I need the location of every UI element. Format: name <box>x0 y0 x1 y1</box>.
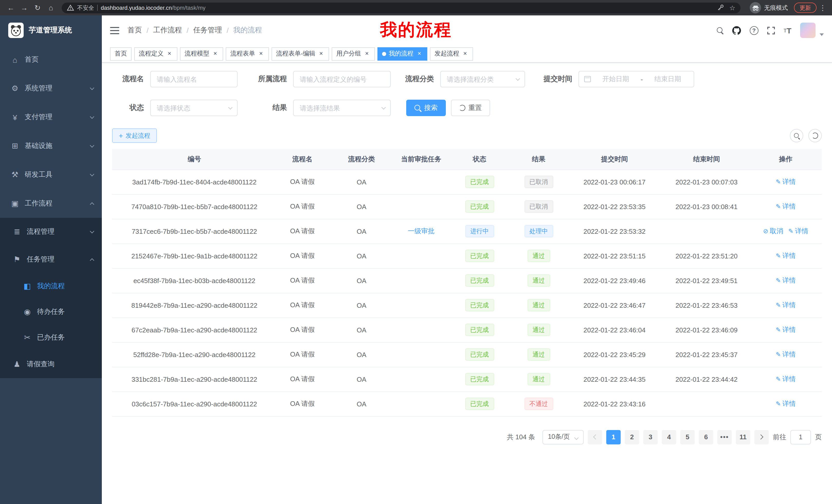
cell-name: OA 请假 <box>277 244 328 268</box>
breadcrumb-item[interactable]: 首页 <box>128 26 142 35</box>
browser-back-icon[interactable]: ← <box>5 2 17 13</box>
tab-item[interactable]: 发起流程× <box>430 47 473 60</box>
detail-button[interactable]: ✎详情 <box>776 202 796 211</box>
detail-button[interactable]: ✎详情 <box>776 276 796 285</box>
pagination-prev-button[interactable] <box>588 430 602 444</box>
result-select[interactable] <box>293 100 391 116</box>
status-select-input[interactable] <box>150 100 238 116</box>
create-process-button[interactable]: + 发起流程 <box>112 129 157 143</box>
process-name-input[interactable] <box>150 71 238 87</box>
sidebar-item-home[interactable]: ⌂首页 <box>0 45 102 74</box>
bookmark-star-icon[interactable]: ☆ <box>729 4 735 11</box>
toggle-search-icon[interactable] <box>790 129 803 142</box>
task-link[interactable]: 一级审批 <box>408 227 435 235</box>
browser-menu-icon[interactable]: ⋮ <box>818 4 827 12</box>
browser-update-button[interactable]: 更新 <box>794 3 816 13</box>
pagination-page-button[interactable]: 1 <box>606 430 621 444</box>
process-definition-input[interactable] <box>293 71 391 87</box>
detail-button[interactable]: ✎详情 <box>776 399 796 409</box>
pagination-page-button[interactable]: 4 <box>662 430 676 444</box>
sidebar-item-process-manage[interactable]: ≣流程管理 <box>0 218 102 246</box>
tab-item[interactable]: 我的流程× <box>378 47 427 60</box>
sidebar-item-system[interactable]: ⚙系统管理 <box>0 74 102 103</box>
cell-result: 通过 <box>512 367 566 391</box>
detail-button[interactable]: ✎详情 <box>776 251 796 260</box>
avatar[interactable] <box>800 23 815 38</box>
pagination-total: 共 104 条 <box>507 432 535 442</box>
breadcrumb-item[interactable]: 任务管理 <box>193 26 222 35</box>
cell-result: 已取消 <box>512 194 566 219</box>
pagination-page-button[interactable]: 5 <box>680 430 695 444</box>
sidebar-item-task-manage[interactable]: ⚑任务管理 <box>0 246 102 273</box>
create-process-label: 发起流程 <box>126 131 150 140</box>
detail-button[interactable]: ✎详情 <box>788 227 808 236</box>
github-icon[interactable] <box>732 26 741 35</box>
sidebar-item-workflow[interactable]: ▣工作流程 <box>0 189 102 218</box>
app-logo[interactable]: 芋道管理系统 <box>0 16 102 45</box>
category-select[interactable] <box>440 71 525 87</box>
incognito-badge: 无痕模式 <box>750 2 788 13</box>
breadcrumb-item[interactable]: 工作流程 <box>153 26 182 35</box>
browser-forward-icon[interactable]: → <box>19 2 30 13</box>
sidebar-item-label: 支付管理 <box>25 113 85 122</box>
collapse-sidebar-icon[interactable] <box>110 26 119 34</box>
tab-item[interactable]: 流程表单-编辑× <box>271 47 329 60</box>
close-tab-icon[interactable]: × <box>318 50 324 57</box>
page-size-select[interactable]: 10条/页 <box>542 430 583 444</box>
pagination-page-button[interactable]: 11 <box>736 430 750 444</box>
pagination-page-button[interactable]: 6 <box>699 430 713 444</box>
sidebar-item-payment[interactable]: ¥支付管理 <box>0 103 102 132</box>
close-tab-icon[interactable]: × <box>364 50 370 57</box>
tab-item[interactable]: 用户分组× <box>332 47 375 60</box>
detail-button[interactable]: ✎详情 <box>776 350 796 359</box>
password-key-icon[interactable] <box>717 4 724 11</box>
column-header: 结果 <box>512 149 566 170</box>
sidebar-item-devtools[interactable]: ⚒研发工具 <box>0 160 102 189</box>
cell-end-time: 2022-01-22 23:44:42 <box>663 367 750 391</box>
pagination-page-button[interactable]: 3 <box>643 430 658 444</box>
detail-button[interactable]: ✎详情 <box>776 301 796 310</box>
status-select[interactable] <box>150 100 238 116</box>
tab-item[interactable]: 流程表单× <box>226 47 269 60</box>
sidebar-item-infrastructure[interactable]: ⊞基础设施 <box>0 132 102 160</box>
result-select-input[interactable] <box>293 100 391 116</box>
caret-down-icon[interactable] <box>820 33 824 36</box>
close-tab-icon[interactable]: × <box>258 50 264 57</box>
pagination-next-button[interactable] <box>754 430 769 444</box>
sidebar-item-leave-query[interactable]: ♟请假查询 <box>0 351 102 378</box>
submit-time-range-picker[interactable]: 开始日期 - 结束日期 <box>578 71 694 87</box>
close-tab-icon[interactable]: × <box>416 50 423 57</box>
sidebar-item-label: 我的流程 <box>37 282 94 291</box>
category-select-input[interactable] <box>440 71 525 87</box>
sidebar-item-done-task[interactable]: ✂已办任务 <box>0 325 102 351</box>
search-button[interactable]: 搜索 <box>406 100 446 116</box>
goto-page-input[interactable] <box>790 430 811 444</box>
detail-button[interactable]: ✎详情 <box>776 325 796 334</box>
help-icon[interactable]: ? <box>750 26 758 35</box>
tab-item[interactable]: 流程定义× <box>134 47 177 60</box>
tab-item[interactable]: 流程模型× <box>180 47 223 60</box>
close-tab-icon[interactable]: × <box>166 50 173 57</box>
reset-button[interactable]: 重置 <box>451 100 490 116</box>
browser-reload-icon[interactable]: ↻ <box>32 2 43 13</box>
pagination-more-button[interactable]: ••• <box>717 430 732 444</box>
table-row: 67c2eaab-7b9a-11ec-a290-acde48001122OA 请… <box>112 317 822 342</box>
font-size-icon[interactable]: TT <box>783 26 791 35</box>
close-tab-icon[interactable]: × <box>462 50 468 57</box>
close-tab-icon[interactable]: × <box>212 50 218 57</box>
refresh-table-icon[interactable] <box>808 129 822 142</box>
sidebar-item-my-process[interactable]: ◧我的流程 <box>0 273 102 299</box>
detail-button[interactable]: ✎详情 <box>776 177 796 187</box>
tab-item[interactable]: 首页 <box>110 47 132 60</box>
update-label: 更新 <box>800 4 811 11</box>
search-icon[interactable] <box>717 27 723 34</box>
date-separator: - <box>641 75 643 83</box>
pagination-page-button[interactable]: 2 <box>625 430 639 444</box>
sidebar-item-todo-task[interactable]: ◉待办任务 <box>0 299 102 325</box>
fullscreen-icon[interactable] <box>767 26 775 34</box>
cancel-button[interactable]: ⊘取消 <box>763 227 783 236</box>
cell-task <box>395 367 447 391</box>
detail-button[interactable]: ✎详情 <box>776 374 796 384</box>
browser-home-icon[interactable]: ⌂ <box>45 2 57 13</box>
address-bar[interactable]: 不安全 dashboard.yudao.iocoder.cn/bpm/task/… <box>62 2 740 13</box>
